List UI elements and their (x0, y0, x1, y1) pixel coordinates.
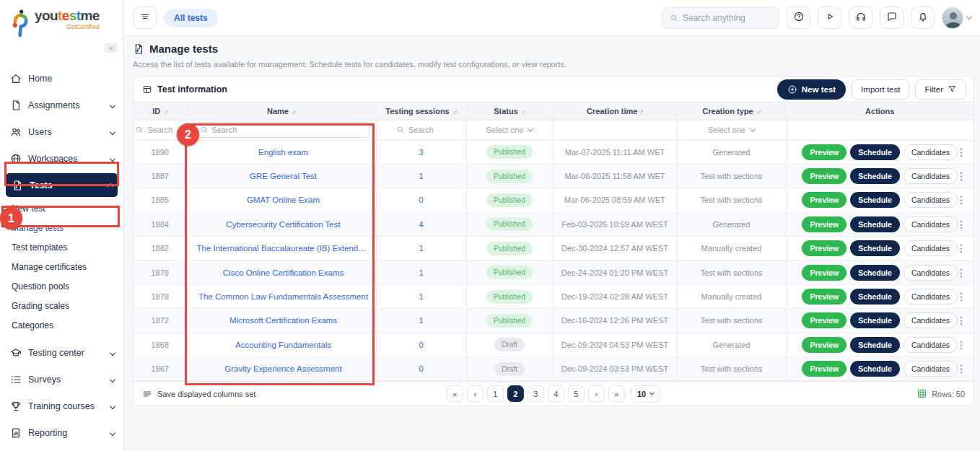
sidebar-item-testing-center[interactable]: Testing center (0, 339, 123, 366)
column-header-testing-sessions[interactable]: Testing sessions↓↑ (376, 102, 466, 120)
test-name-link[interactable]: English exam (197, 148, 376, 157)
sidebar-item-grading-scales[interactable]: Grading scales (0, 296, 123, 315)
test-name-link[interactable]: GRE General Test (197, 172, 376, 180)
page-1-button[interactable]: 1 (487, 385, 504, 402)
type-filter-select[interactable]: Select one (678, 126, 786, 134)
column-header-creation-type[interactable]: Creation type↓↑ (677, 102, 786, 120)
row-menu-button[interactable]: ⋮ (956, 194, 966, 206)
column-header-status[interactable]: Status↓↑ (466, 102, 553, 120)
test-name-link[interactable]: Cybersecurity Certification Test (197, 220, 376, 229)
tutorial-button[interactable] (818, 6, 841, 29)
schedule-button[interactable]: Schedule (850, 216, 900, 232)
id-filter[interactable] (134, 126, 187, 134)
sessions-count-link[interactable]: 1 (419, 316, 423, 325)
breadcrumb-all-tests[interactable]: All tests (164, 9, 218, 27)
new-test-button[interactable]: New test (777, 79, 846, 100)
schedule-button[interactable]: Schedule (850, 361, 900, 377)
sidebar-item-categories[interactable]: Categories (0, 315, 123, 335)
preview-button[interactable]: Preview (802, 168, 846, 184)
row-menu-button[interactable]: ⋮ (956, 242, 966, 254)
sidebar-item-home[interactable]: Home (0, 65, 123, 92)
global-search[interactable] (662, 7, 779, 29)
schedule-button[interactable]: Schedule (850, 289, 900, 305)
avatar[interactable] (942, 7, 963, 29)
sessions-count-link[interactable]: 0 (419, 196, 423, 204)
sidebar-item-workspaces[interactable]: Workspaces (0, 145, 123, 172)
sidebar-item-manage-tests[interactable]: Manage tests (0, 218, 123, 237)
sidebar-item-users[interactable]: Users (0, 118, 123, 145)
test-name-link[interactable]: GMAT Online Exam (197, 196, 376, 204)
sidebar-item-reporting[interactable]: Reporting (0, 419, 123, 446)
candidates-button[interactable]: Candidates (904, 168, 958, 184)
page-3-button[interactable]: 3 (528, 385, 544, 402)
candidates-button[interactable]: Candidates (904, 312, 958, 328)
page-last-button[interactable]: » (608, 385, 625, 402)
test-name-link[interactable]: The Common Law Fundamentals Assessment (197, 292, 376, 301)
name-filter-input[interactable] (212, 126, 328, 134)
sidebar-collapse-button[interactable]: « (105, 43, 118, 53)
candidates-button[interactable]: Candidates (904, 361, 958, 377)
sidebar-item-test-templates[interactable]: Test templates (0, 237, 123, 257)
sessions-count-link[interactable]: 1 (419, 268, 423, 277)
sidebar-item-surveys[interactable]: Surveys (0, 366, 123, 393)
page-2-button[interactable]: 2 (507, 385, 524, 402)
menu-toggle-button[interactable] (133, 6, 157, 29)
page-size-select[interactable]: 10 (631, 385, 660, 403)
sessions-count-link[interactable]: 1 (419, 172, 423, 180)
sessions-count-link[interactable]: 0 (419, 341, 423, 349)
test-name-link[interactable]: The International Baccalaureate (IB) Ext… (197, 244, 376, 253)
preview-button[interactable]: Preview (802, 312, 846, 328)
column-header-name[interactable]: Name↓↑ (187, 102, 376, 120)
schedule-button[interactable]: Schedule (850, 144, 900, 160)
schedule-button[interactable]: Schedule (850, 265, 900, 281)
sidebar-item-new-test[interactable]: New test (0, 198, 123, 218)
sessions-count-link[interactable]: 4 (419, 220, 423, 229)
page-next-button[interactable]: › (588, 385, 605, 402)
import-test-button[interactable]: Import test (852, 79, 909, 100)
sidebar-item-assignments[interactable]: Assignments (0, 92, 123, 118)
sessions-count-link[interactable]: 1 (419, 292, 423, 301)
candidates-button[interactable]: Candidates (904, 192, 958, 208)
candidates-button[interactable]: Candidates (904, 144, 958, 160)
column-header-creation-time[interactable]: Creation time↑ (553, 102, 677, 120)
schedule-button[interactable]: Schedule (850, 240, 900, 256)
notifications-button[interactable] (911, 6, 935, 29)
candidates-button[interactable]: Candidates (904, 216, 958, 232)
row-menu-button[interactable]: ⋮ (956, 219, 966, 230)
preview-button[interactable]: Preview (802, 289, 846, 305)
sessions-filter-input[interactable] (408, 126, 446, 134)
sessions-count-link[interactable]: 3 (419, 148, 423, 157)
page-first-button[interactable]: « (447, 385, 463, 402)
test-name-link[interactable]: Microsoft Certification Exams (197, 316, 376, 325)
excel-export-icon[interactable] (916, 388, 927, 399)
preview-button[interactable]: Preview (802, 265, 846, 281)
name-filter[interactable] (194, 122, 369, 138)
user-menu[interactable] (942, 7, 971, 29)
candidates-button[interactable]: Candidates (904, 337, 958, 353)
sessions-filter[interactable] (377, 126, 466, 134)
sidebar-item-manage-certificates[interactable]: Manage certificates (0, 257, 123, 276)
preview-button[interactable]: Preview (802, 144, 846, 160)
save-columns-button[interactable]: Save displayed columns set (142, 389, 255, 399)
preview-button[interactable]: Preview (802, 337, 846, 353)
status-filter-select[interactable]: Select one (467, 126, 553, 134)
row-menu-button[interactable]: ⋮ (956, 267, 966, 279)
schedule-button[interactable]: Schedule (850, 337, 900, 353)
page-prev-button[interactable]: ‹ (467, 385, 484, 402)
test-name-link[interactable]: Cisco Online Certification Exams (197, 268, 376, 277)
preview-button[interactable]: Preview (802, 361, 846, 377)
id-filter-input[interactable] (147, 126, 185, 134)
sessions-count-link[interactable]: 0 (419, 364, 423, 373)
help-button[interactable] (787, 6, 810, 29)
support-button[interactable] (849, 6, 872, 29)
preview-button[interactable]: Preview (802, 192, 846, 208)
row-menu-button[interactable]: ⋮ (956, 146, 966, 158)
preview-button[interactable]: Preview (802, 240, 846, 256)
schedule-button[interactable]: Schedule (850, 192, 900, 208)
chat-button[interactable] (880, 6, 904, 29)
sidebar-item-system[interactable]: System (0, 446, 123, 451)
page-4-button[interactable]: 4 (548, 385, 564, 402)
candidates-button[interactable]: Candidates (904, 265, 958, 281)
filter-button[interactable]: Filter (915, 79, 966, 100)
row-menu-button[interactable]: ⋮ (956, 315, 966, 326)
